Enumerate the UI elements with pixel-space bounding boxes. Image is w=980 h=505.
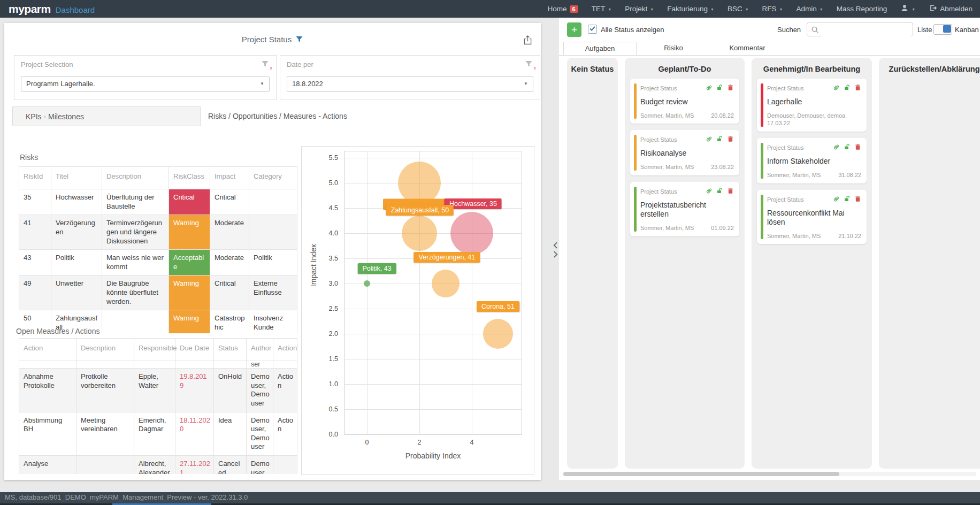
clear-filter-icon[interactable]: x bbox=[261, 60, 271, 70]
chevron-right-icon[interactable] bbox=[553, 251, 558, 258]
kanban-card[interactable]: Project Status Inform Stakeholder Sommer… bbox=[757, 138, 867, 183]
kanban-card[interactable]: Project Status Budget review Sommer, Mar… bbox=[630, 79, 739, 124]
nav-item-mass-reporting[interactable]: Mass Reporting bbox=[837, 5, 887, 13]
chevron-left-icon[interactable] bbox=[553, 242, 558, 249]
table-row[interactable]: 49UnwetterDie Baugrube könnte überflutet… bbox=[19, 276, 297, 310]
delete-icon[interactable] bbox=[727, 83, 734, 93]
column-header[interactable]: Impact bbox=[210, 167, 249, 189]
attachment-icon[interactable] bbox=[706, 135, 713, 144]
add-button[interactable]: + bbox=[567, 22, 581, 37]
bubble-politik[interactable] bbox=[364, 280, 370, 287]
table-row[interactable]: Abstimmung BHMeeting vereinbarenEmerich,… bbox=[19, 412, 297, 456]
delete-icon[interactable] bbox=[727, 187, 734, 196]
project-selection-filter: Project Selection x Programm Lagerhalle.… bbox=[14, 55, 277, 100]
column-header[interactable]: Responsible bbox=[134, 339, 175, 361]
nav-item-fakturierung[interactable]: Fakturierung▼ bbox=[667, 5, 714, 13]
table-row[interactable]: AnalyseAlbrecht, Alexander 27.11.2021Can… bbox=[19, 456, 297, 475]
column-header[interactable]: Status bbox=[214, 339, 247, 361]
scrollbar-thumb[interactable] bbox=[563, 472, 839, 476]
tab-risiko[interactable]: Risiko bbox=[637, 42, 710, 55]
check-icon bbox=[589, 25, 596, 32]
column-header[interactable]: Action bbox=[19, 339, 76, 361]
column-header[interactable]: Description bbox=[102, 167, 169, 189]
bubble-zahlungsausfall[interactable] bbox=[398, 162, 441, 204]
column-title: Zurückstellen/Abklärungen bbox=[879, 58, 980, 79]
filter-icon[interactable] bbox=[295, 35, 303, 43]
card-date: 21.10.22 bbox=[838, 232, 861, 240]
delete-icon[interactable] bbox=[854, 83, 861, 93]
column-header[interactable]: RiskId bbox=[19, 167, 51, 189]
attachment-icon[interactable] bbox=[833, 83, 840, 93]
kanban-card[interactable]: Project Status Risikoanalyse Sommer, Mar… bbox=[630, 130, 739, 175]
nav-item-abmelden[interactable]: Abmelden bbox=[929, 4, 973, 14]
clear-filter-icon[interactable]: x bbox=[525, 60, 534, 70]
nav-item-label: TET bbox=[592, 5, 606, 13]
nav-item-home[interactable]: Home6 bbox=[548, 5, 578, 13]
all-status-checkbox[interactable] bbox=[588, 25, 597, 34]
x-tick-label: 2 bbox=[413, 439, 426, 446]
column-header[interactable]: ActionType bbox=[273, 339, 297, 361]
status-bar-indicator bbox=[634, 187, 637, 232]
status-bar-indicator bbox=[761, 195, 763, 240]
column-header[interactable]: RiskClass bbox=[169, 167, 210, 189]
unlock-icon[interactable] bbox=[716, 83, 723, 93]
unlock-icon[interactable] bbox=[844, 143, 851, 152]
logout-icon bbox=[929, 4, 937, 14]
column-header[interactable]: Titel bbox=[51, 167, 102, 189]
tab-kpis-milestones[interactable]: KPIs - Milestones bbox=[12, 106, 201, 126]
table-row[interactable]: 41VerzögerungenTerminverzögerungen und l… bbox=[19, 215, 297, 250]
kanban-column-genehmigt-in-bearbeitung: Genehmigt/In Bearbeitung Project Status … bbox=[752, 58, 872, 469]
project-status-panel: Project Status Project Selection x Progr… bbox=[4, 23, 541, 480]
export-icon[interactable] bbox=[519, 35, 532, 45]
kanban-card[interactable]: Project Status Lagerhalle Demouser, Demo… bbox=[757, 79, 867, 132]
table-row[interactable]: 35HochwasserÜberflutung der Baustelle Cr… bbox=[19, 189, 297, 215]
kanban-card[interactable]: Project Status Projektstatusbericht erst… bbox=[630, 182, 739, 236]
y-axis-label: Impact Index bbox=[309, 244, 318, 287]
card-author: Sommer, Martin, MS bbox=[640, 163, 694, 171]
measures-section-title: Open Measures / Actions bbox=[16, 327, 99, 335]
bubble-unwetter[interactable] bbox=[402, 216, 437, 251]
nav-item-admin[interactable]: Admin▼ bbox=[797, 5, 823, 13]
unlock-icon[interactable] bbox=[716, 135, 723, 144]
tab-aufgaben[interactable]: Aufgaben bbox=[563, 42, 637, 55]
unlock-icon[interactable] bbox=[844, 195, 851, 204]
attachment-icon[interactable] bbox=[706, 83, 713, 93]
attachment-icon[interactable] bbox=[833, 143, 840, 152]
bubble-hochwasser[interactable] bbox=[450, 212, 493, 255]
attachment-icon[interactable] bbox=[833, 195, 840, 204]
panel-collapse-controls bbox=[552, 242, 559, 258]
column-header[interactable]: Due Date bbox=[175, 339, 214, 361]
nav-item-rfs[interactable]: RFS▼ bbox=[762, 5, 783, 13]
tab-risks-opportunities[interactable]: Risks / Opportunities / Measures - Actio… bbox=[201, 106, 415, 126]
bubble-verzögerungen[interactable] bbox=[432, 270, 460, 297]
toggle-left-label: Liste bbox=[917, 26, 932, 34]
nav-item-bsc[interactable]: BSC▼ bbox=[728, 5, 749, 13]
project-selection-dropdown[interactable]: Programm Lagerhalle. ▼ bbox=[21, 76, 270, 92]
card-title: Budget review bbox=[640, 97, 734, 107]
card-tag: Project Status bbox=[640, 85, 706, 91]
nav-item-user-icon[interactable]: ▼ bbox=[900, 4, 915, 14]
search-input[interactable] bbox=[807, 22, 913, 36]
table-row[interactable]: 43PolitikMan weiss nie wer kommt Accepta… bbox=[19, 250, 297, 276]
delete-icon[interactable] bbox=[854, 143, 861, 152]
tab-kommentar[interactable]: Kommentar bbox=[710, 42, 784, 55]
attachment-icon[interactable] bbox=[706, 187, 713, 196]
unlock-icon[interactable] bbox=[844, 83, 851, 93]
delete-icon[interactable] bbox=[727, 135, 734, 144]
unlock-icon[interactable] bbox=[716, 187, 723, 196]
table-row[interactable]: Abnahme ProtokolleProtkolle vorbereitenE… bbox=[19, 369, 297, 412]
column-header[interactable]: Description bbox=[76, 339, 134, 361]
column-header[interactable]: Author bbox=[247, 339, 273, 361]
view-toggle[interactable] bbox=[933, 24, 952, 35]
nav-item-projekt[interactable]: Projekt▼ bbox=[625, 5, 654, 13]
nav-item-tet[interactable]: TET▼ bbox=[592, 5, 611, 13]
column-header[interactable]: Category bbox=[249, 167, 297, 189]
card-author: Sommer, Martin, MS bbox=[767, 232, 821, 240]
date-per-dropdown[interactable]: 18.8.2022 ▼ bbox=[287, 76, 533, 92]
nav-item-label: Projekt bbox=[625, 5, 647, 13]
delete-icon[interactable] bbox=[854, 195, 861, 204]
kanban-card[interactable]: Project Status Ressourcenkonflikt Mai lö… bbox=[757, 190, 867, 244]
search-field[interactable] bbox=[821, 23, 912, 36]
app-logo[interactable]: myparm Dashboard bbox=[9, 3, 95, 16]
bubble-corona[interactable] bbox=[483, 319, 513, 349]
